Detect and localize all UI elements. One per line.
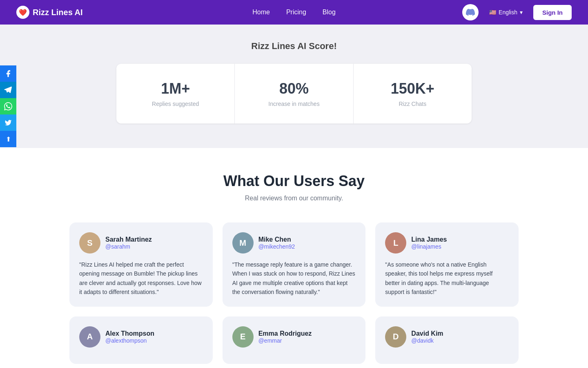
score-title: Rizz Lines AI Score! xyxy=(8,41,580,52)
language-flag: 🇺🇸 xyxy=(489,9,496,16)
nav-links: Home Pricing Blog xyxy=(252,9,336,16)
reviewer-name: Alex Thompson xyxy=(105,330,154,337)
reviewer-avatar: S xyxy=(79,232,100,254)
reviewer-name: Emma Rodriguez xyxy=(258,330,312,337)
stat-chats: 150K+ Rizz Chats xyxy=(354,64,472,123)
reviewer-name: Lina James xyxy=(411,236,447,243)
reviewer-handle: @linajames xyxy=(411,243,447,250)
chevron-down-icon: ▾ xyxy=(520,9,523,16)
nav-blog[interactable]: Blog xyxy=(323,9,336,16)
users-section-title: What Our Users Say xyxy=(8,173,580,190)
stat-replies-label: Replies suggested xyxy=(125,101,226,107)
reviewer-handle: @sarahm xyxy=(105,243,152,250)
review-card: L Lina James @linajames "As someone who'… xyxy=(375,222,519,307)
reviewer-header: E Emma Rodriguez @emmar xyxy=(232,326,356,348)
reviewer-avatar: E xyxy=(232,326,254,348)
review-card: A Alex Thompson @alexthompson xyxy=(69,316,213,364)
brand-logo[interactable]: ❤️ Rizz Lines AI xyxy=(16,6,83,19)
discord-button[interactable] xyxy=(462,4,479,20)
review-card: D David Kim @davidk xyxy=(375,316,519,364)
review-card: E Emma Rodriguez @emmar xyxy=(223,316,366,364)
reviewer-name: David Kim xyxy=(411,330,443,337)
stat-matches: 80% Increase in matches xyxy=(235,64,353,123)
reviews-grid: S Sarah Martinez @sarahm "Rizz Lines AI … xyxy=(69,222,519,364)
reviewer-handle: @mikechen92 xyxy=(258,243,295,250)
score-section: Rizz Lines AI Score! 1M+ Replies suggest… xyxy=(0,25,588,148)
users-section: What Our Users Say Real reviews from our… xyxy=(0,148,588,368)
stat-replies-value: 1M+ xyxy=(125,80,226,97)
stat-matches-value: 80% xyxy=(243,80,345,97)
stat-chats-value: 150K+ xyxy=(362,80,463,97)
nav-pricing[interactable]: Pricing xyxy=(286,9,306,16)
social-facebook-button[interactable] xyxy=(0,65,16,82)
stat-chats-label: Rizz Chats xyxy=(362,101,463,107)
navbar: ❤️ Rizz Lines AI Home Pricing Blog 🇺🇸 En… xyxy=(0,0,588,25)
reviewer-handle: @davidk xyxy=(411,337,443,344)
stat-replies: 1M+ Replies suggested xyxy=(116,64,235,123)
stats-card: 1M+ Replies suggested 80% Increase in ma… xyxy=(116,64,472,123)
social-whatsapp-button[interactable] xyxy=(0,98,16,114)
review-text: "Rizz Lines AI helped me craft the perfe… xyxy=(79,260,203,297)
review-card: S Sarah Martinez @sarahm "Rizz Lines AI … xyxy=(69,222,213,307)
reviewer-name: Sarah Martinez xyxy=(105,236,152,243)
reviewer-header: A Alex Thompson @alexthompson xyxy=(79,326,203,348)
reviewer-avatar: D xyxy=(385,326,406,348)
reviewer-avatar: M xyxy=(232,232,254,254)
reviewer-header: S Sarah Martinez @sarahm xyxy=(79,232,203,254)
sign-in-button[interactable]: Sign In xyxy=(533,5,572,20)
reviewer-header: M Mike Chen @mikechen92 xyxy=(232,232,356,254)
stat-matches-label: Increase in matches xyxy=(243,101,345,107)
reviewer-avatar: A xyxy=(79,326,100,348)
social-twitter-button[interactable] xyxy=(0,114,16,131)
social-telegram-button[interactable] xyxy=(0,82,16,98)
reviewer-handle: @emmar xyxy=(258,337,312,344)
users-section-subtitle: Real reviews from our community. xyxy=(8,195,580,202)
brand-name: Rizz Lines AI xyxy=(33,8,83,17)
language-label: English xyxy=(499,9,517,16)
brand-icon: ❤️ xyxy=(16,6,29,19)
review-card: M Mike Chen @mikechen92 "The message rep… xyxy=(223,222,366,307)
reviewer-avatar: L xyxy=(385,232,406,254)
review-text: "The message reply feature is a game cha… xyxy=(232,260,356,297)
nav-right: 🇺🇸 English ▾ Sign In xyxy=(462,4,572,20)
reviewer-handle: @alexthompson xyxy=(105,337,154,344)
nav-home[interactable]: Home xyxy=(252,9,270,16)
language-selector[interactable]: 🇺🇸 English ▾ xyxy=(485,7,527,18)
social-share-button[interactable]: ⬆ xyxy=(0,131,16,147)
reviewer-name: Mike Chen xyxy=(258,236,295,243)
social-sidebar: ⬆ xyxy=(0,65,16,147)
review-text: "As someone who's not a native English s… xyxy=(385,260,509,297)
reviewer-header: D David Kim @davidk xyxy=(385,326,509,348)
reviewer-header: L Lina James @linajames xyxy=(385,232,509,254)
